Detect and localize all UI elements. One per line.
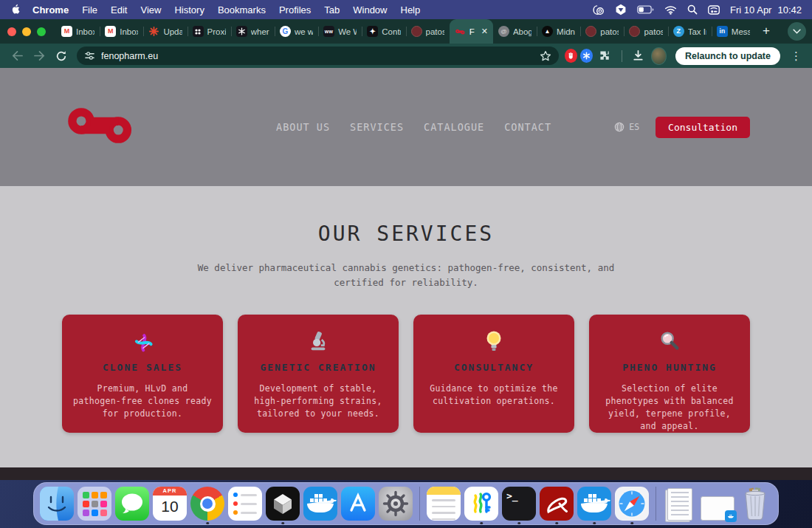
nav-contact[interactable]: CONTACT xyxy=(504,121,551,133)
webpage-viewport: ABOUT US SERVICES CATALOGUE CONTACT ES C… xyxy=(0,68,812,467)
dark-w-icon: ww xyxy=(323,26,334,37)
menu-help[interactable]: Help xyxy=(401,4,421,16)
language-switcher[interactable]: ES xyxy=(614,122,639,132)
menu-window[interactable]: Window xyxy=(353,4,387,16)
chrome-icon[interactable] xyxy=(190,487,224,521)
back-button[interactable] xyxy=(7,47,27,66)
tab-wher[interactable]: wher xyxy=(231,19,275,44)
safari-icon[interactable] xyxy=(615,487,649,521)
tax-blue-icon: Z xyxy=(673,26,684,37)
tab-search-chevron-button[interactable] xyxy=(788,22,806,41)
bookmark-star-icon[interactable] xyxy=(540,50,551,61)
card-description: Development of stable, high-performing s… xyxy=(247,383,389,420)
menubar-app-name[interactable]: Chrome xyxy=(32,4,69,16)
tab-fenopharm-active[interactable]: F ✕ xyxy=(450,19,493,44)
language-label: ES xyxy=(629,122,639,132)
app-badge-icon[interactable] xyxy=(592,4,605,16)
card-clone-sales[interactable]: CLONE SALES Premium, HLvD and pathogen-f… xyxy=(62,315,223,433)
card-genetic-creation[interactable]: GENETIC CREATION Development of stable, … xyxy=(238,315,399,433)
cube-3d-app-icon[interactable] xyxy=(266,487,300,521)
running-indicator-dot xyxy=(206,522,209,525)
finder-icon[interactable] xyxy=(40,487,74,521)
search-icon[interactable] xyxy=(687,4,698,15)
acrobat-icon[interactable] xyxy=(540,487,574,521)
tab-patos-3[interactable]: patos xyxy=(624,19,667,44)
nav-about-us[interactable]: ABOUT US xyxy=(276,121,330,133)
docker-icon[interactable] xyxy=(577,487,611,521)
reload-button[interactable] xyxy=(52,47,71,66)
document-stack-icon[interactable] xyxy=(663,487,697,521)
minimize-window-button[interactable] xyxy=(22,27,31,36)
address-bar[interactable]: fenopharm.eu xyxy=(77,47,559,65)
reminders-icon[interactable] xyxy=(228,487,262,521)
extensions-puzzle-icon[interactable] xyxy=(596,47,615,66)
card-consultancy[interactable]: CONSULTANCY Guidance to optimize the cul… xyxy=(413,315,574,433)
card-description: Selection of elite phenotypes with balan… xyxy=(599,383,740,433)
site-main: OUR SERVICES We deliver pharmaceutical c… xyxy=(0,186,812,467)
tab-contr[interactable]: ✦Contr xyxy=(362,19,405,44)
downloads-button[interactable] xyxy=(629,47,648,66)
tab-proxi[interactable]: Proxi xyxy=(187,19,231,44)
calendar-icon[interactable]: APR 10 xyxy=(153,487,187,521)
menubar-date: Fri 10 Apr xyxy=(730,4,771,16)
tab-mess[interactable]: inMess xyxy=(712,19,755,44)
menu-file[interactable]: File xyxy=(82,4,97,16)
apple-menu[interactable] xyxy=(10,4,21,16)
new-tab-button[interactable]: + xyxy=(755,24,777,40)
running-indicator-dot xyxy=(593,522,596,525)
menubar-clock[interactable]: Fri 10 Apr 10:42 xyxy=(730,4,802,16)
desktop-screen: Chrome File Edit View History Bookmarks … xyxy=(0,0,812,528)
menu-tab[interactable]: Tab xyxy=(324,4,340,16)
close-window-button[interactable] xyxy=(7,27,16,36)
tab-tax[interactable]: ZTax In xyxy=(668,19,712,44)
control-center-icon[interactable] xyxy=(708,5,720,15)
profile-avatar[interactable] xyxy=(651,47,667,65)
avatar-red-icon xyxy=(411,26,422,37)
menu-history[interactable]: History xyxy=(174,4,204,16)
menu-bookmarks[interactable]: Bookmarks xyxy=(218,4,266,16)
battery-icon[interactable] xyxy=(637,5,654,14)
messages-icon[interactable] xyxy=(115,487,149,521)
tab-inbox-2[interactable]: MInbox xyxy=(100,19,143,44)
window-thumbnail-icon[interactable] xyxy=(701,487,734,521)
card-description: Premium, HLvD and pathogen-free clones r… xyxy=(72,383,213,420)
blue-gear-extension-icon[interactable] xyxy=(580,49,593,63)
chrome-menu-kebab-icon[interactable]: ⋮ xyxy=(788,50,805,61)
close-tab-icon[interactable]: ✕ xyxy=(481,27,488,36)
menu-view[interactable]: View xyxy=(140,4,161,16)
consultation-button[interactable]: Consultation xyxy=(656,117,750,138)
menu-edit[interactable]: Edit xyxy=(111,4,127,16)
tab-midni[interactable]: ▲Midni xyxy=(537,19,580,44)
relaunch-to-update-button[interactable]: Relaunch to update xyxy=(675,47,780,65)
system-settings-icon[interactable] xyxy=(379,487,413,521)
adblock-extension-icon[interactable] xyxy=(565,49,577,63)
globe-icon xyxy=(614,122,625,132)
tab-abog[interactable]: @Abog xyxy=(493,19,537,44)
tab-inbox-1[interactable]: MInbox xyxy=(56,19,100,44)
passwords-keys-icon[interactable] xyxy=(464,487,498,521)
terminal-icon[interactable]: >_ xyxy=(502,487,536,521)
card-pheno-hunting[interactable]: PHENO HUNTING Selection of elite phenoty… xyxy=(589,315,750,433)
fenopharm-logo[interactable] xyxy=(62,106,139,148)
tab-upda[interactable]: Upda xyxy=(143,19,187,44)
launchpad-icon[interactable] xyxy=(78,487,111,521)
docker-icon[interactable] xyxy=(303,487,337,521)
tab-we-w2[interactable]: wwWe W xyxy=(318,19,362,44)
zoom-window-button[interactable] xyxy=(37,27,46,36)
card-title: CLONE SALES xyxy=(72,362,213,373)
wifi-icon[interactable] xyxy=(664,5,677,15)
tab-patos-2[interactable]: patos xyxy=(580,19,624,44)
url-text[interactable]: fenopharm.eu xyxy=(101,51,534,61)
notes-icon[interactable] xyxy=(427,487,461,521)
forward-button[interactable] xyxy=(30,47,49,66)
shield-hexagon-icon[interactable] xyxy=(615,4,627,16)
dock: APR 10 xyxy=(33,482,779,525)
tab-patos-1[interactable]: patos xyxy=(406,19,450,44)
app-store-icon[interactable] xyxy=(341,487,375,521)
tab-we-w1[interactable]: Gwe w xyxy=(275,19,318,44)
back-arrow-icon xyxy=(11,50,24,61)
menu-profiles[interactable]: Profiles xyxy=(279,4,311,16)
nav-catalogue[interactable]: CATALOGUE xyxy=(424,121,484,133)
trash-icon[interactable] xyxy=(738,487,772,521)
nav-services[interactable]: SERVICES xyxy=(350,121,404,133)
